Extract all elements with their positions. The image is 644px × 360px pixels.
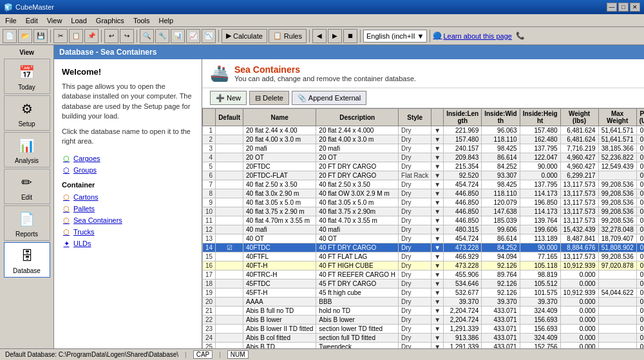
toolbar-redo-btn[interactable]: ↪ (120, 29, 134, 43)
col-weight[interactable]: Weight(lbs) (560, 109, 598, 126)
row-dropdown[interactable]: ▼ (431, 343, 444, 349)
toolbar-next-btn[interactable]: ▶ (328, 29, 342, 43)
menu-tools[interactable]: Tools (129, 15, 154, 26)
toolbar-btn5[interactable]: 📉 (202, 29, 216, 43)
row-checkbox-cell[interactable] (216, 207, 243, 216)
ulds-link[interactable]: ✦ ULDs (62, 238, 194, 249)
row-checkbox-cell[interactable]: ☑ (216, 243, 243, 252)
row-dropdown[interactable]: ▼ (431, 270, 444, 279)
col-length[interactable]: Inside:Length (444, 109, 482, 126)
sidebar-item-database[interactable]: 🗄 Database (4, 242, 50, 278)
row-dropdown[interactable]: ▼ (431, 334, 444, 343)
row-checkbox-cell[interactable] (216, 261, 243, 270)
row-checkbox-cell[interactable] (216, 234, 243, 243)
table-row[interactable]: 12 40 mafi 40 mafi Dry ▼ 480.315 99.606 … (203, 225, 645, 234)
row-dropdown[interactable]: ▼ (431, 216, 444, 225)
row-checkbox-cell[interactable] (216, 135, 243, 144)
row-dropdown[interactable]: ▼ (431, 171, 444, 180)
row-dropdown[interactable]: ▼ (431, 289, 444, 298)
row-dropdown[interactable]: ▼ (431, 307, 444, 316)
table-row[interactable]: 3 20 mafi 20 mafi Dry ▼ 240.157 98.425 1… (203, 144, 645, 153)
row-dropdown[interactable]: ▼ (431, 180, 444, 189)
table-row[interactable]: 8 40 flat 3.0x 2.90 m 40 flat OW 3.0X 2.… (203, 189, 645, 198)
menu-file[interactable]: File (1, 15, 21, 26)
sidebar-item-analysis[interactable]: 📊 Analysis (4, 132, 50, 167)
table-row[interactable]: 2 20 flat 4.00 x 3.0 m 20 flat 4.00 x 3.… (203, 135, 645, 144)
row-checkbox-cell[interactable] (216, 343, 243, 349)
maximize-button[interactable]: □ (618, 3, 629, 12)
row-dropdown[interactable]: ▼ (431, 207, 444, 216)
row-dropdown[interactable]: ▼ (431, 126, 444, 135)
row-dropdown[interactable]: ▼ (431, 234, 444, 243)
col-width[interactable]: Inside:Width (482, 109, 520, 126)
col-height[interactable]: Inside:Height (520, 109, 560, 126)
table-row[interactable]: 11 40 flat 4.70m x 3.55 m 40 flat 4.70 x… (203, 216, 645, 225)
col-desc[interactable]: Description (316, 109, 399, 126)
col-style[interactable]: Style (399, 109, 431, 126)
toolbar-btn4[interactable]: 📈 (186, 29, 200, 43)
learn-link[interactable]: 🔵 Learn about this page (433, 32, 511, 40)
table-row[interactable]: 24 Abis B col fitted section full TD fit… (203, 334, 645, 343)
toolbar-save-btn[interactable]: 💾 (33, 29, 48, 43)
table-row[interactable]: 17 40FTRC-H 40 FT REEFER CARGO H Dry ▼ 4… (203, 270, 645, 279)
toolbar-paste-btn[interactable]: 📌 (84, 29, 99, 43)
row-dropdown[interactable]: ▼ (431, 189, 444, 198)
col-name[interactable]: Name (243, 109, 316, 126)
sea-containers-link[interactable]: ⬡ Sea Containers (62, 214, 194, 226)
table-row[interactable]: 15 40FTFL 40 FT FLAT LAG Dry ▼ 466.929 9… (203, 252, 645, 261)
row-dropdown[interactable]: ▼ (431, 316, 444, 325)
toolbar-new-btn[interactable]: 📄 (3, 29, 17, 43)
toolbar-copy-btn[interactable]: 📋 (69, 29, 83, 43)
table-row[interactable]: 21 Abis B full no TD hold no TD Dry ▼ 2,… (203, 307, 645, 316)
row-checkbox-cell[interactable] (216, 307, 243, 316)
table-row[interactable]: 7 40 flat 2.50 x 3.50 40 flat 2.50 x 3.5… (203, 180, 645, 189)
table-row[interactable]: 14 ☑ 40FTDC 40 FT DRY CARGO Dry ▼ 473.22… (203, 243, 645, 252)
row-checkbox-cell[interactable] (216, 316, 243, 325)
data-table-container[interactable]: Default Name Description Style Inside:Le… (202, 108, 644, 348)
row-dropdown[interactable]: ▼ (431, 153, 444, 162)
trucks-link[interactable]: ⬡ Trucks (62, 226, 194, 238)
title-bar-controls[interactable]: — □ ✕ (607, 3, 640, 12)
row-checkbox-cell[interactable] (216, 144, 243, 153)
menu-edit[interactable]: Edit (22, 15, 42, 26)
col-maxweight[interactable]: MaxWeight (598, 109, 636, 126)
pallets-link[interactable]: ⬡ Pallets (62, 203, 194, 214)
toolbar-stop-btn[interactable]: ⏹ (343, 29, 357, 43)
new-button[interactable]: ➕ New (210, 91, 247, 105)
row-checkbox-cell[interactable] (216, 216, 243, 225)
row-checkbox-cell[interactable] (216, 225, 243, 234)
row-checkbox-cell[interactable] (216, 153, 243, 162)
table-row[interactable]: 5 20FTDC 20 FT DRY CARGO Dry ▼ 215.354 8… (203, 162, 645, 171)
delete-button[interactable]: ⊟ Delete (249, 91, 289, 105)
row-checkbox-cell[interactable] (216, 334, 243, 343)
menu-help[interactable]: Help (155, 15, 178, 26)
table-row[interactable]: 10 40 flat 3.75 x 2.90 m 40 flat 3.75 x … (203, 207, 645, 216)
groups-link[interactable]: ⬡ Groups (62, 164, 194, 176)
table-row[interactable]: 4 20 OT 20 OT Dry ▼ 209.843 86.614 122.0… (203, 153, 645, 162)
col-price[interactable]: Price(US$) (636, 109, 644, 126)
row-dropdown[interactable]: ▼ (431, 325, 444, 334)
menu-load[interactable]: Load (67, 15, 90, 26)
toolbar-btn2[interactable]: 🔧 (155, 29, 169, 43)
rules-button[interactable]: 📋 Rules (269, 29, 307, 43)
row-checkbox-cell[interactable] (216, 325, 243, 334)
language-dropdown[interactable]: English (inch+II ▼ (363, 30, 427, 43)
table-row[interactable]: 6 20FTDC-FLAT 20 FT DRY CARGO Flat Rack … (203, 171, 645, 180)
table-row[interactable]: 25 Abis B TD Tweendeck Dry ▼ 1,291.339 4… (203, 343, 645, 349)
row-checkbox-cell[interactable] (216, 270, 243, 279)
menu-graphics[interactable]: Graphics (92, 15, 128, 26)
row-dropdown[interactable]: ▼ (431, 162, 444, 171)
toolbar-btn1[interactable]: 🔍 (140, 29, 154, 43)
table-row[interactable]: 22 Abis B lower Abis B lower Dry ▼ 2,204… (203, 316, 645, 325)
row-dropdown[interactable]: ▼ (431, 279, 444, 289)
toolbar-cut-btn[interactable]: ✂ (53, 29, 68, 43)
calculate-button[interactable]: ▶ Calculate (222, 29, 267, 43)
row-checkbox-cell[interactable] (216, 198, 243, 207)
append-external-button[interactable]: 📎 Append External (292, 91, 366, 105)
row-checkbox-cell[interactable] (216, 171, 243, 180)
toolbar-undo-btn[interactable]: ↩ (104, 29, 118, 43)
row-checkbox-cell[interactable] (216, 162, 243, 171)
row-dropdown[interactable]: ▼ (431, 225, 444, 234)
row-dropdown[interactable]: ▼ (431, 198, 444, 207)
close-button[interactable]: ✕ (630, 3, 640, 12)
